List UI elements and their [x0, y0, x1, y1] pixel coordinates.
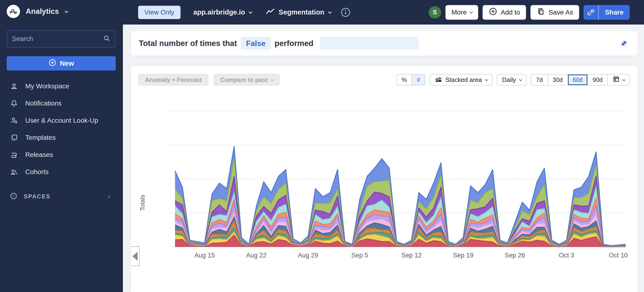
new-button-label: New [60, 60, 74, 68]
chevron-down-icon [328, 10, 332, 14]
share-button[interactable]: Share [584, 5, 630, 20]
x-axis-tick-label: Sep 19 [453, 252, 474, 259]
query-prefix: Total number of times that [139, 39, 237, 48]
line-series-cyan [175, 186, 626, 246]
people-icon [10, 168, 18, 176]
template-icon [10, 134, 18, 142]
user-segment-chip[interactable]: False [241, 37, 271, 50]
plus-circle-icon [489, 7, 497, 18]
amplitude-logo-icon [7, 5, 20, 18]
line-series-purple [175, 176, 626, 246]
sidebar-item-label: Notifications [25, 100, 62, 107]
chevron-down-icon [249, 10, 252, 14]
link-icon[interactable] [584, 5, 598, 20]
area-series-purple [175, 176, 626, 246]
share-label: Share [599, 5, 630, 20]
more-button[interactable]: More [445, 5, 478, 20]
copy-icon [536, 7, 545, 18]
x-axis-tick-label: Sep 5 [351, 252, 368, 259]
expand-icon[interactable] [618, 38, 630, 49]
sidebar-nav: My Workspace Notifications User & Accoun… [0, 78, 123, 180]
chevron-down-icon [470, 10, 473, 14]
x-axis-tick-label: Aug 22 [246, 252, 266, 259]
route-icon [10, 151, 18, 159]
x-axis-tick-label: Aug 29 [298, 252, 318, 259]
chart-type-menu[interactable]: Segmentation [266, 8, 331, 17]
person-search-icon [10, 116, 18, 124]
save-as-label: Save As [548, 8, 573, 16]
line-series-blue [175, 146, 626, 246]
x-axis-tick-label: Sep 12 [401, 252, 422, 259]
topbar-actions: S More Add to Save As [429, 5, 644, 20]
area-series-blue [175, 146, 626, 246]
x-axis-tick-label: Oct 3 [559, 252, 574, 259]
query-title-card: Total number of times that False perform… [131, 31, 638, 56]
brand[interactable]: Analytics [0, 0, 123, 18]
top-bar: View Only app.airbridge.io Segmentation … [123, 0, 644, 24]
x-axis-tick-label: Aug 15 [194, 252, 215, 259]
save-as-button[interactable]: Save As [530, 5, 579, 20]
view-only-badge: View Only [138, 6, 180, 19]
sidebar-item-templates[interactable]: Templates [0, 129, 123, 146]
area-series-olive [175, 159, 626, 246]
sidebar-item-label: My Workspace [25, 82, 69, 90]
new-button[interactable]: New [7, 56, 116, 70]
project-name: app.airbridge.io [194, 8, 245, 16]
sidebar-item-notifications[interactable]: Notifications [0, 95, 123, 112]
search-icon [103, 34, 110, 43]
add-to-button[interactable]: Add to [482, 5, 526, 20]
app-title: Analytics [26, 7, 59, 16]
spaces-label: SPACES [24, 193, 101, 200]
sidebar-search[interactable] [7, 30, 116, 48]
sidebar-item-cohorts[interactable]: Cohorts [0, 164, 123, 180]
more-label: More [452, 8, 467, 16]
sidebar-section-spaces[interactable]: SPACES [0, 188, 123, 205]
app-window: Analytics New My Workspace [0, 0, 644, 292]
triangle-left-icon [132, 252, 138, 261]
chevron-right-icon [107, 195, 110, 198]
event-name-redacted[interactable] [320, 37, 419, 50]
project-selector[interactable]: app.airbridge.io [194, 8, 252, 16]
chart-type-label: Segmentation [279, 8, 324, 16]
sidebar-item-label: Cohorts [25, 168, 48, 176]
chart-canvas[interactable]: Aug 15Aug 22Aug 29Sep 5Sep 12Sep 19Sep 2… [131, 66, 638, 292]
trend-line-icon [266, 8, 275, 17]
query-verb: performed [274, 39, 314, 48]
bell-icon [10, 99, 18, 108]
spaces-icon [10, 192, 18, 201]
sidebar-item-my-workspace[interactable]: My Workspace [0, 78, 123, 95]
chevron-down-icon [64, 9, 68, 13]
add-to-label: Add to [500, 8, 520, 16]
x-axis-tick-label: Oct 10 [609, 252, 628, 259]
sidebar-item-label: Templates [25, 134, 56, 142]
x-axis-tick-label: Sep 26 [505, 252, 525, 259]
info-icon[interactable] [340, 7, 351, 18]
line-series-olive [175, 159, 626, 246]
avatar[interactable]: S [429, 6, 441, 18]
person-icon [10, 82, 18, 90]
area-series-cyan [175, 186, 626, 246]
sidebar-item-user-account-lookup[interactable]: User & Account Look-Up [0, 112, 123, 129]
y-axis-label: Totals [139, 195, 146, 211]
sidebar-item-releases[interactable]: Releases [0, 146, 123, 164]
sidebar-item-label: Releases [25, 151, 53, 158]
search-input[interactable] [12, 35, 103, 43]
collapse-sidebar-button[interactable] [131, 246, 140, 266]
sidebar-item-label: User & Account Look-Up [25, 117, 98, 124]
plus-circle-icon [48, 58, 56, 68]
sidebar: Analytics New My Workspace [0, 0, 123, 292]
